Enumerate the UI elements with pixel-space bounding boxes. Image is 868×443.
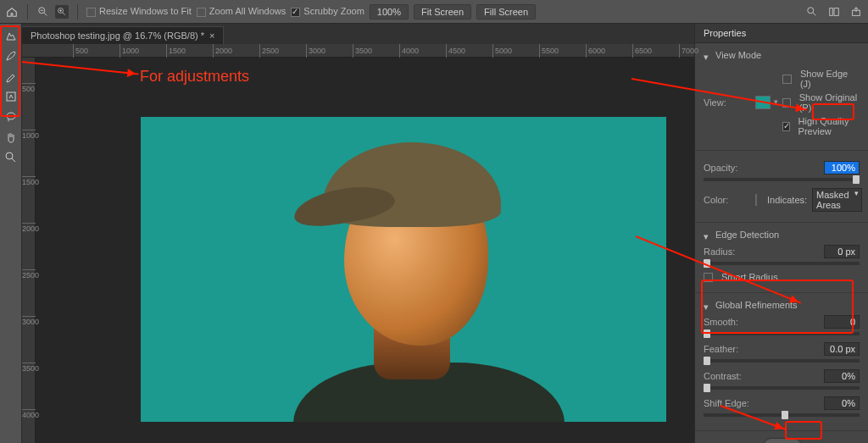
svg-rect-9 bbox=[830, 8, 833, 15]
svg-point-7 bbox=[808, 7, 814, 13]
feather-slider[interactable] bbox=[704, 359, 860, 363]
edge-detection-header[interactable]: ▾Edge Detection bbox=[704, 230, 860, 240]
fit-screen-button[interactable]: Fit Screen bbox=[414, 4, 471, 19]
svg-line-8 bbox=[813, 12, 816, 15]
view-mode-section: ▾View Mode View: Show Edge (J) Show Orig… bbox=[695, 43, 868, 151]
contrast-slider[interactable] bbox=[704, 386, 860, 390]
indicates-dropdown[interactable]: Masked Areas bbox=[812, 188, 862, 212]
show-edge-checkbox[interactable] bbox=[782, 75, 792, 84]
ruler-vertical: 5001000150020002500300035004000 bbox=[22, 58, 36, 443]
scrubby-zoom-checkbox[interactable]: Scrubby Zoom bbox=[291, 6, 364, 17]
canvas-area: Photoshop testing.jpg @ 16.7% (RGB/8) *×… bbox=[22, 24, 694, 443]
radius-slider[interactable] bbox=[704, 262, 860, 265]
subject-image bbox=[242, 117, 581, 422]
zoom-tool[interactable] bbox=[3, 149, 19, 166]
search-icon[interactable] bbox=[805, 5, 819, 19]
annotation-toolbox bbox=[0, 25, 20, 117]
annotation-opacity-box bbox=[812, 103, 854, 120]
zoom-in-icon[interactable] bbox=[55, 5, 69, 19]
artboard[interactable] bbox=[141, 117, 666, 422]
feather-input[interactable]: 0.0 px bbox=[824, 342, 860, 356]
opacity-slider[interactable] bbox=[704, 178, 860, 181]
home-icon[interactable] bbox=[5, 5, 19, 19]
shift-edge-slider[interactable] bbox=[704, 413, 860, 417]
document-tab[interactable]: Photoshop testing.jpg @ 16.7% (RGB/8) *× bbox=[22, 26, 224, 44]
contrast-input[interactable]: 0% bbox=[824, 369, 860, 383]
ruler-horizontal: 5001000150020002500300035004000450050005… bbox=[22, 44, 694, 58]
annotation-refine-box bbox=[701, 280, 854, 334]
reset-icon[interactable] bbox=[702, 440, 715, 443]
color-swatch[interactable] bbox=[755, 194, 757, 206]
close-tab-icon[interactable]: × bbox=[209, 30, 214, 41]
properties-panel: Properties ▾View Mode View: Show Edge (J… bbox=[694, 24, 868, 443]
shift-edge-input[interactable]: 0% bbox=[824, 396, 860, 410]
hq-preview-checkbox[interactable] bbox=[782, 122, 789, 131]
view-mode-header[interactable]: ▾View Mode bbox=[704, 50, 860, 60]
annotation-ok-box bbox=[785, 421, 822, 440]
opacity-input[interactable]: 100% bbox=[824, 161, 860, 174]
svg-line-4 bbox=[63, 12, 65, 14]
zoom-pct-button[interactable]: 100% bbox=[370, 4, 409, 19]
share-icon[interactable] bbox=[849, 5, 863, 19]
zoom-all-checkbox[interactable]: Zoom All Windows bbox=[197, 6, 286, 17]
fill-screen-button[interactable]: Fill Screen bbox=[476, 4, 536, 19]
svg-point-14 bbox=[6, 152, 13, 159]
svg-line-1 bbox=[44, 12, 47, 15]
annotation-text: For adjustments bbox=[140, 68, 249, 86]
zoom-out-icon[interactable] bbox=[36, 5, 50, 19]
options-bar: Resize Windows to Fit Zoom All Windows S… bbox=[0, 0, 868, 24]
opacity-section: Opacity: 100% Color: Indicates: Masked A… bbox=[695, 151, 868, 223]
workspace-icon[interactable] bbox=[827, 5, 841, 19]
svg-line-15 bbox=[12, 158, 15, 162]
properties-tab[interactable]: Properties bbox=[695, 24, 868, 43]
hand-tool[interactable] bbox=[3, 129, 19, 146]
svg-rect-10 bbox=[834, 8, 838, 15]
resize-windows-checkbox[interactable]: Resize Windows to Fit bbox=[86, 6, 192, 17]
radius-input[interactable]: 0 px bbox=[824, 245, 860, 258]
